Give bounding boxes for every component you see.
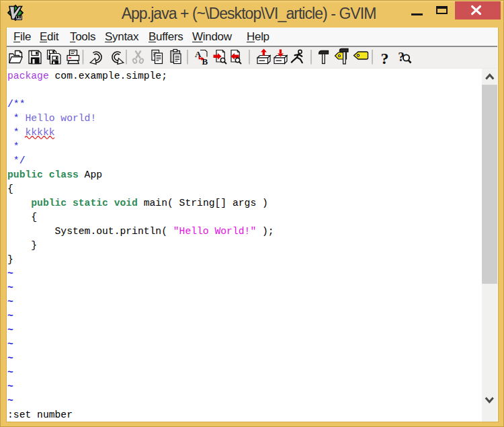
svg-text:?: ?	[381, 50, 389, 67]
svg-text:B: B	[202, 56, 208, 67]
